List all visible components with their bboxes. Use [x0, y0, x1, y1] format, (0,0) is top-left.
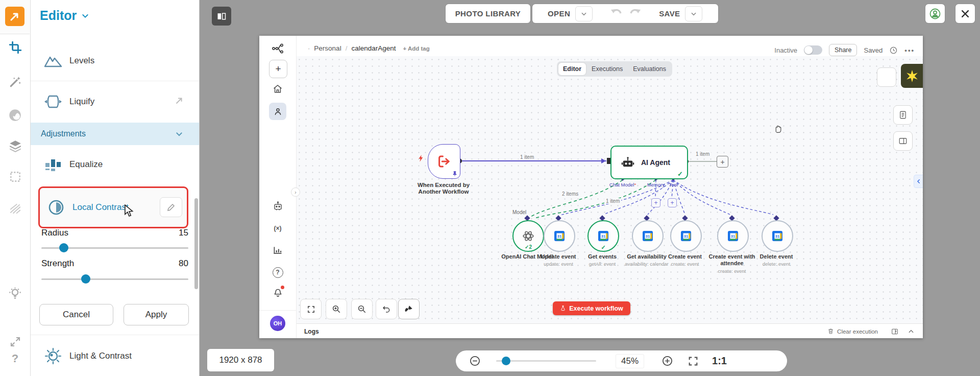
node-when-executed-by-another-workflow[interactable] — [428, 144, 460, 179]
portrait-retouch-icon[interactable] — [8, 108, 22, 122]
panel-scrollbar[interactable] — [194, 198, 198, 289]
chevron-up-icon[interactable] — [908, 328, 915, 335]
templates-robot-icon[interactable] — [272, 200, 284, 212]
notes-page-button[interactable] — [893, 105, 913, 125]
add-tool-button[interactable]: + — [668, 198, 677, 207]
breadcrumb-project[interactable]: Personal — [314, 44, 341, 52]
compare-view-button[interactable] — [212, 7, 231, 26]
node-delete-event[interactable]: 31 — [762, 220, 793, 252]
split-view-button[interactable] — [893, 131, 913, 151]
node-create-event[interactable]: 31 — [670, 220, 702, 252]
n8n-logo-icon[interactable] — [272, 42, 284, 55]
redo-button[interactable] — [628, 7, 642, 20]
more-options-button[interactable]: ••• — [904, 46, 915, 54]
open-panel-icon[interactable] — [891, 328, 898, 335]
trash-icon[interactable] — [827, 328, 834, 335]
panel-item-light-contrast[interactable]: Light & Contrast — [31, 335, 199, 376]
zoom-slider[interactable] — [496, 360, 596, 362]
ai-assistant-button[interactable] — [901, 64, 923, 88]
app-logo-cell[interactable] — [0, 0, 30, 34]
node-get-events[interactable]: 31 ✓ — [587, 220, 619, 252]
account-button[interactable] — [925, 4, 945, 23]
magic-wand-icon[interactable] — [8, 75, 22, 88]
node-get-availability[interactable]: 31 — [632, 220, 664, 252]
tab-executions[interactable]: Executions — [587, 63, 627, 75]
chevron-down-icon — [81, 12, 89, 20]
zoom-to-fit-button[interactable] — [300, 299, 322, 319]
close-button[interactable] — [955, 4, 975, 23]
node-label: When Executed byAnother Workflow — [398, 182, 489, 195]
node-update-event[interactable]: 31 — [544, 220, 575, 252]
photo-library-button[interactable]: PHOTO LIBRARY — [446, 4, 530, 23]
saved-status: Saved — [864, 46, 883, 54]
clear-execution-button[interactable]: Clear execution — [837, 328, 878, 335]
tidy-up-button[interactable] — [398, 299, 420, 319]
resize-icon[interactable] — [8, 335, 22, 348]
save-button[interactable]: SAVE — [659, 9, 680, 18]
zoom-in-button[interactable] — [326, 299, 347, 319]
panel-item-liquify[interactable]: Liquify — [31, 81, 199, 123]
crop-tool-icon[interactable] — [8, 40, 22, 54]
active-toggle[interactable] — [804, 45, 822, 55]
add-memory-button[interactable]: + — [651, 198, 660, 207]
add-node-button[interactable]: + — [717, 156, 728, 168]
panel-item-local-contrast-highlighted[interactable]: Local Contrast — [38, 186, 188, 228]
hidden-panel-button[interactable] — [877, 67, 896, 87]
brush-icon — [404, 304, 413, 314]
port-tool[interactable]: Tool — [660, 182, 686, 187]
lightbulb-icon[interactable] — [8, 287, 22, 300]
undo-button[interactable] — [376, 299, 397, 319]
apply-button[interactable]: Apply — [124, 304, 189, 325]
radius-slider[interactable] — [41, 247, 188, 249]
sidebar-item-personal[interactable] — [269, 103, 286, 120]
variables-icon[interactable]: (×) — [272, 222, 284, 234]
save-dropdown-button[interactable] — [685, 6, 702, 21]
panel-item-levels[interactable]: Levels — [31, 41, 199, 81]
tab-evaluations[interactable]: Evaluations — [628, 63, 671, 75]
texture-icon[interactable] — [8, 201, 22, 215]
panel-item-equalize[interactable]: Equalize — [31, 145, 199, 184]
zoom-percentage[interactable]: 45% — [616, 354, 644, 368]
strength-slider-thumb[interactable] — [81, 274, 90, 284]
logs-panel-header[interactable]: Logs Clear execution — [296, 323, 923, 338]
undo-button[interactable] — [610, 7, 623, 20]
open-button[interactable]: OPEN — [548, 9, 570, 18]
zoom-out-icon[interactable] — [469, 355, 481, 367]
actual-size-button[interactable]: 1:1 — [712, 355, 727, 367]
node-create-event-with-attendee[interactable]: 31 — [717, 220, 749, 252]
adjustments-section-header[interactable]: Adjustments — [31, 123, 199, 145]
help-icon[interactable]: ? — [8, 351, 22, 365]
workflow-name[interactable]: calendarAgent — [351, 44, 396, 52]
open-right-panel-chevron[interactable] — [914, 175, 923, 188]
radius-slider-thumb[interactable] — [59, 243, 68, 252]
layers-icon[interactable] — [8, 138, 22, 152]
editor-menu[interactable]: Editor — [40, 8, 89, 23]
open-dropdown-button[interactable] — [575, 6, 593, 21]
sidebar-expand-chevron[interactable]: › — [291, 187, 300, 197]
edit-pencil-button[interactable] — [160, 197, 182, 217]
node-openai-chat-model[interactable]: ✓2 — [512, 220, 544, 252]
help-icon[interactable]: ? — [272, 266, 284, 278]
add-workflow-button[interactable]: + — [269, 60, 287, 78]
tab-editor[interactable]: Editor — [558, 63, 586, 75]
history-icon[interactable] — [889, 46, 898, 55]
add-tag-button[interactable]: + Add tag — [403, 45, 429, 52]
strength-slider[interactable] — [41, 278, 188, 280]
photo-library-label: PHOTO LIBRARY — [455, 9, 521, 18]
home-icon[interactable] — [272, 83, 284, 95]
insights-icon[interactable] — [272, 244, 284, 256]
frame-icon[interactable] — [8, 170, 22, 183]
zoom-out-button[interactable] — [351, 299, 373, 319]
zoom-slider-thumb[interactable] — [502, 357, 510, 365]
notifications-bell-icon[interactable] — [272, 287, 284, 299]
user-avatar[interactable]: OH — [270, 316, 285, 331]
close-icon — [960, 9, 970, 19]
node-ai-agent[interactable]: AI Agent ✓ — [610, 146, 688, 179]
share-button[interactable]: Share — [829, 44, 857, 56]
zoom-in-icon — [332, 304, 341, 314]
execute-workflow-button[interactable]: Execute workflow — [553, 301, 630, 315]
fullscreen-icon[interactable] — [688, 356, 699, 367]
edge-label: 1 item — [694, 151, 711, 157]
zoom-in-icon[interactable] — [662, 355, 673, 367]
cancel-button[interactable]: Cancel — [39, 304, 113, 325]
